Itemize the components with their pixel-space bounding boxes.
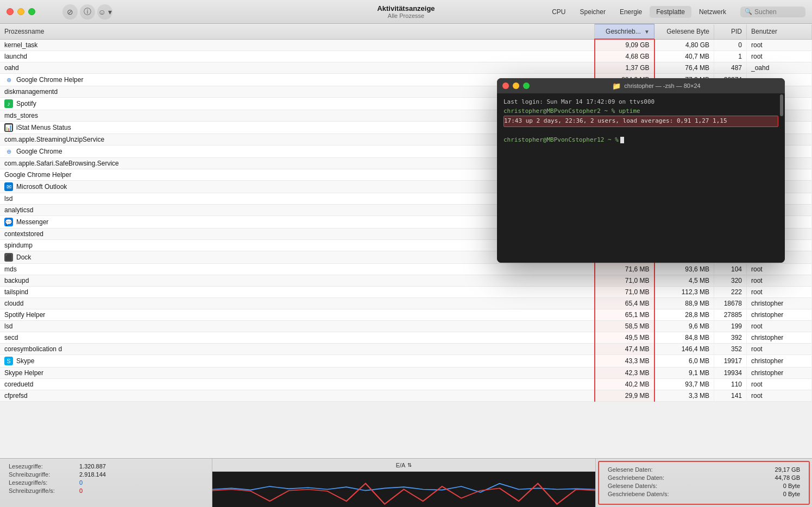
- term-minimize-button[interactable]: [513, 83, 519, 89]
- sort-arrow-icon: ▼: [644, 29, 650, 35]
- written-bytes-cell: 40,2 MB: [595, 379, 654, 390]
- outlook-icon: ✉: [4, 182, 13, 191]
- pid-cell: 392: [714, 332, 747, 344]
- table-row[interactable]: tailspind71,0 MB112,3 MB222root: [0, 287, 812, 298]
- table-row[interactable]: Spotify Helper65,1 MB28,8 MB27885christo…: [0, 309, 812, 321]
- stop-process-button[interactable]: ⊘: [62, 4, 78, 20]
- process-name-label: backupd: [4, 277, 29, 284]
- tab-netzwerk[interactable]: Netzwerk: [693, 6, 733, 18]
- pid-cell: 199: [714, 321, 747, 332]
- term-close-button[interactable]: [502, 83, 509, 89]
- term-maximize-button[interactable]: [523, 83, 530, 89]
- read-bytes-cell: 9,1 MB: [654, 367, 714, 379]
- user-cell: root: [747, 39, 812, 51]
- gelesene-daten-s-label: Gelesene Daten/s:: [608, 483, 678, 489]
- process-name-label: Skype Helper: [4, 369, 43, 377]
- read-bytes-cell: 40,7 MB: [654, 51, 714, 62]
- chrome2-icon: ⊕: [4, 147, 13, 156]
- terminal-line3-highlighted: 17:43 up 2 days, 22:36, 2 users, load av…: [503, 116, 778, 127]
- table-row[interactable]: cloudd65,4 MB88,9 MB18678christopher: [0, 298, 812, 309]
- col-header-written[interactable]: Geschrieb... ▼: [595, 24, 654, 40]
- table-row[interactable]: lsd58,5 MB9,6 MB199root: [0, 321, 812, 332]
- skype-icon: S: [4, 357, 13, 365]
- table-row[interactable]: Skype Helper42,3 MB9,1 MB19934christophe…: [0, 367, 812, 379]
- table-row[interactable]: cfprefsd29,9 MB3,3 MB141root: [0, 390, 812, 402]
- col-header-read[interactable]: Gelesene Byte: [654, 24, 714, 40]
- process-name-label: tailspind: [4, 288, 28, 296]
- terminal-scrollbar[interactable]: [779, 93, 784, 263]
- pid-cell: 1: [714, 51, 747, 62]
- read-bytes-cell: 93,6 MB: [654, 264, 714, 275]
- process-name-cell: Skype Helper: [0, 367, 595, 379]
- tab-speicher[interactable]: Speicher: [574, 6, 612, 18]
- pid-cell: 27885: [714, 309, 747, 321]
- istat-icon: 📊: [4, 123, 13, 132]
- table-row[interactable]: kernel_task9,09 GB4,80 GB0root: [0, 39, 812, 51]
- process-name-label: com.apple.Safari.SafeBrowsing.Service: [4, 160, 119, 167]
- tab-energie[interactable]: Energie: [613, 6, 649, 18]
- geschriebene-daten-row: Geschriebene Daten: 44,78 GB: [608, 474, 800, 481]
- app-title: Aktivitätsanzeige: [377, 4, 435, 12]
- search-box[interactable]: 🔍: [740, 7, 805, 17]
- process-name-cell: cloudd: [0, 298, 595, 309]
- read-bytes-cell: 84,8 MB: [654, 332, 714, 344]
- info-button[interactable]: ⓘ: [80, 4, 95, 20]
- close-button[interactable]: [7, 8, 14, 15]
- table-row[interactable]: SSkype43,3 MB6,0 MB19917christopher: [0, 355, 812, 367]
- process-name-cell: cfprefsd: [0, 390, 595, 402]
- chrome-icon: ⊕: [4, 75, 13, 84]
- read-bytes-cell: 4,80 GB: [654, 39, 714, 51]
- table-row[interactable]: launchd4,68 GB40,7 MB1root: [0, 51, 812, 62]
- pid-cell: 320: [714, 275, 747, 287]
- schreibzugriffe-value: 2.918.144: [79, 471, 106, 478]
- tab-cpu[interactable]: CPU: [545, 6, 572, 18]
- read-bytes-cell: 93,7 MB: [654, 379, 714, 390]
- user-cell: root: [747, 275, 812, 287]
- lesezugriffe-s-value: 0: [79, 479, 83, 486]
- table-row[interactable]: coresymbolication d47,4 MB146,4 MB352roo…: [0, 344, 812, 355]
- table-row[interactable]: mds71,6 MB93,6 MB104root: [0, 264, 812, 275]
- terminal-cursor: [620, 137, 624, 143]
- read-bytes-cell: 4,5 MB: [654, 275, 714, 287]
- process-name-label: launchd: [4, 53, 27, 60]
- maximize-button[interactable]: [28, 8, 35, 15]
- col-header-user[interactable]: Benutzer: [747, 24, 812, 40]
- terminal-body[interactable]: Last login: Sun Mar 14 17:42:09 on ttvs0…: [497, 93, 785, 263]
- chart-area: [212, 472, 595, 507]
- col-header-name[interactable]: Prozessname: [0, 24, 595, 40]
- table-row[interactable]: coreduetd40,2 MB93,7 MB110root: [0, 379, 812, 390]
- schreibzugriffe-row: Schreibzugriffe: 2.918.144: [9, 471, 203, 478]
- pid-cell: 19917: [714, 355, 747, 367]
- minimize-button[interactable]: [17, 8, 24, 15]
- process-name-label: com.apple.StreamingUnzipService: [4, 136, 104, 143]
- user-cell: christopher: [747, 355, 812, 367]
- col-header-pid[interactable]: PID: [714, 24, 747, 40]
- written-bytes-cell: 4,68 GB: [595, 51, 654, 62]
- written-bytes-cell: 47,4 MB: [595, 344, 654, 355]
- terminal-scroll-thumb[interactable]: [780, 94, 783, 116]
- inspect-button[interactable]: ☺ ▾: [97, 4, 112, 20]
- schreibzugriffe-s-value: 0: [79, 487, 83, 494]
- table-row[interactable]: oahd1,37 GB76,4 MB487_oahd: [0, 62, 812, 74]
- chart-label: E/A: [396, 462, 406, 468]
- process-name-label: coresymbolication d: [4, 345, 62, 353]
- tab-festplatte[interactable]: Festplatte: [650, 6, 691, 18]
- written-bytes-cell: 71,0 MB: [595, 275, 654, 287]
- search-input[interactable]: [754, 8, 803, 16]
- user-cell: christopher: [747, 309, 812, 321]
- process-name-label: contextstored: [4, 230, 43, 238]
- table-row[interactable]: backupd71,0 MB4,5 MB320root: [0, 275, 812, 287]
- gelesene-daten-value: 29,17 GB: [775, 466, 800, 473]
- traffic-lights: [7, 8, 35, 15]
- titlebar-title: Aktivitätsanzeige Alle Prozesse: [377, 4, 435, 19]
- schreibzugriffe-s-label: Schreibzugriffe/s:: [9, 487, 79, 494]
- table-row[interactable]: secd49,5 MB84,8 MB392christopher: [0, 332, 812, 344]
- pid-cell: 110: [714, 379, 747, 390]
- written-bytes-cell: 71,0 MB: [595, 287, 654, 298]
- terminal-window[interactable]: 📁 christopher — -zsh — 80×24 Last login:…: [497, 78, 785, 263]
- pid-cell: 104: [714, 264, 747, 275]
- written-bytes-cell: 65,1 MB: [595, 309, 654, 321]
- terminal-line1: Last login: Sun Mar 14 17:42:09 on ttvs0…: [503, 98, 778, 107]
- process-name-label: oahd: [4, 64, 19, 72]
- schreibzugriffe-s-row: Schreibzugriffe/s: 0: [9, 487, 203, 494]
